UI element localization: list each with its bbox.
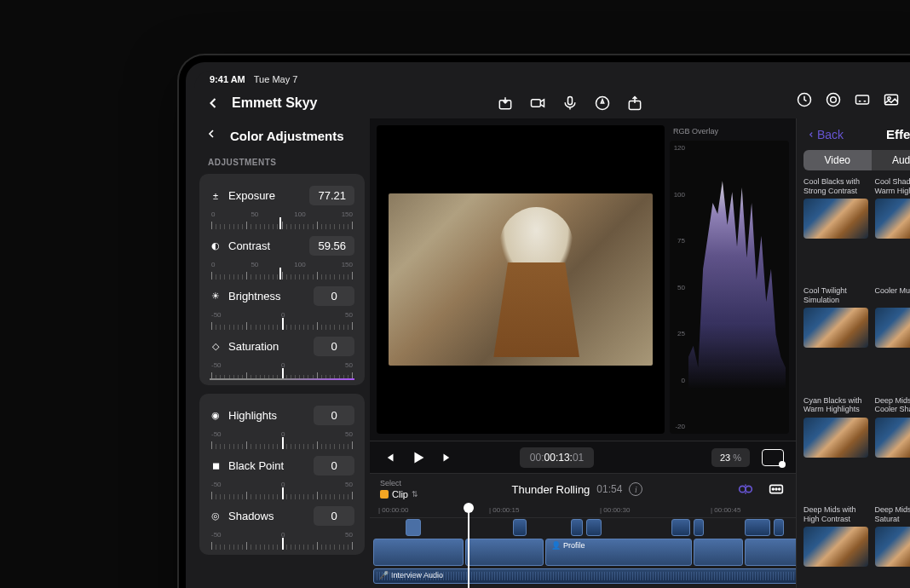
effect-preset[interactable]: Cooler Muted	[875, 286, 911, 390]
timeline-tool-1-icon[interactable]	[736, 480, 755, 499]
adjustment-slider[interactable]: 050100150	[210, 261, 354, 280]
highlights-icon: ◉	[210, 410, 222, 422]
adjustment-value[interactable]: 0	[314, 337, 354, 356]
sort-icon: ⇅	[412, 490, 418, 499]
sidebar-title: Color Adjustments	[230, 129, 344, 143]
svg-point-12	[740, 486, 746, 492]
share-icon[interactable]	[626, 95, 643, 112]
adjustment-value[interactable]: 0	[314, 456, 354, 476]
adjustment-slider[interactable]: -50050	[210, 531, 354, 550]
effect-preset[interactable]: Cool Shadows Warm Highs	[875, 177, 911, 281]
adjustment-slider[interactable]: 050100150	[210, 210, 354, 229]
adjustment-black-point: ◼ Black Point 0 -50050	[199, 451, 365, 501]
timeline-tool-2-icon[interactable]	[767, 480, 786, 499]
display-options-button[interactable]	[762, 449, 784, 466]
media-icon[interactable]	[883, 91, 900, 108]
adjustment-slider[interactable]: -50050	[210, 311, 354, 330]
effects-panel: Back Effects Video Audio Cool Blacks wit…	[796, 118, 910, 588]
adjustment-label: Contrast	[228, 239, 309, 252]
adjustment-exposure: ± Exposure 77.21 050100150	[199, 181, 365, 231]
preset-name: Cyan Blacks with Warm Highlights	[803, 396, 868, 415]
voiceover-icon[interactable]	[562, 95, 579, 112]
effect-preset[interactable]: Cool Twilight Simulation	[803, 286, 868, 390]
zoom-percent[interactable]: 23%	[711, 448, 750, 467]
video-clip[interactable]: 👤Profile	[545, 539, 692, 566]
preset-name: Deep Mids w High Saturat	[875, 505, 911, 524]
preset-thumbnail	[803, 418, 868, 458]
status-date: Tue May 7	[254, 74, 298, 84]
clip[interactable]	[513, 519, 527, 536]
marker-clip[interactable]	[406, 519, 421, 536]
next-frame-button[interactable]	[440, 450, 455, 465]
adjustment-value[interactable]: 59.56	[309, 236, 354, 256]
clip[interactable]	[774, 519, 784, 536]
svg-point-15	[772, 488, 774, 490]
adjustment-slider[interactable]: -50050	[210, 361, 354, 380]
effect-preset[interactable]: Cool Blacks with Strong Contrast	[803, 177, 868, 281]
clip-selector[interactable]: Clip ⇅	[380, 489, 418, 499]
preset-name: Cool Twilight Simulation	[803, 286, 868, 305]
back-chevron-icon[interactable]	[204, 95, 222, 112]
sidebar-back-icon[interactable]	[204, 127, 218, 144]
svg-point-10	[888, 97, 890, 100]
adjustment-label: Brightness	[228, 290, 314, 303]
adjustment-value[interactable]: 0	[314, 506, 354, 526]
info-icon[interactable]: i	[629, 482, 642, 496]
tab-video[interactable]: Video	[803, 150, 872, 170]
clip[interactable]	[571, 519, 583, 536]
effect-preset[interactable]: Deep Mids w Cooler Shad	[875, 396, 911, 500]
adjustment-value[interactable]: 0	[314, 286, 354, 306]
adjustment-shadows: ◎ Shadows 0 -50050	[199, 501, 365, 551]
tools-icon[interactable]	[594, 95, 611, 112]
inspector-sidebar: Color Adjustments ADJUSTMENTS ± Exposure…	[194, 118, 370, 588]
video-clip[interactable]	[694, 539, 743, 566]
adjustment-label: Shadows	[228, 510, 314, 522]
ruler-time: | 00:00:00	[378, 506, 408, 514]
clip[interactable]	[745, 519, 770, 536]
import-icon[interactable]	[497, 95, 514, 112]
effect-preset[interactable]: Deep Mids w High Saturat	[875, 505, 911, 588]
ruler-time: | 00:00:45	[711, 506, 740, 514]
preset-thumbnail	[875, 418, 911, 458]
preset-thumbnail	[803, 199, 868, 239]
svg-point-13	[746, 486, 752, 492]
scopes-icon[interactable]	[825, 91, 842, 108]
adjustment-label: Saturation	[228, 340, 314, 353]
play-button[interactable]	[409, 448, 428, 467]
app-header: Emmett Skyy	[194, 88, 910, 118]
prev-frame-button[interactable]	[382, 450, 397, 465]
adjustment-slider[interactable]: -50050	[210, 430, 354, 449]
effect-preset[interactable]: Cyan Blacks with Warm Highlights	[803, 396, 868, 500]
adjustment-value[interactable]: 0	[314, 406, 354, 425]
audio-clip[interactable]: 🎤Interview Audio	[373, 568, 796, 584]
adjustment-value[interactable]: 77.21	[309, 186, 354, 205]
history-icon[interactable]	[796, 91, 813, 108]
video-clip[interactable]	[465, 539, 544, 566]
video-clip[interactable]	[373, 539, 464, 566]
timeline-tracks[interactable]: 👤Profile 🎤Interview Audio	[370, 518, 796, 588]
preview-frame	[389, 193, 654, 366]
timeline-ruler[interactable]: | 00:00:00| 00:00:15| 00:00:30| 00:00:45…	[370, 504, 796, 518]
svg-rect-8	[856, 95, 869, 104]
clip[interactable]	[694, 519, 704, 536]
exposure-icon: ±	[210, 190, 222, 202]
clip[interactable]	[671, 519, 690, 536]
transport-bar: 00:00:13:01 23%	[370, 441, 796, 473]
camera-icon[interactable]	[529, 95, 546, 112]
tab-audio[interactable]: Audio	[872, 150, 911, 170]
playhead[interactable]	[468, 504, 469, 588]
captions-icon[interactable]	[854, 91, 871, 108]
adjustment-slider[interactable]: -50050	[210, 481, 354, 499]
adjustment-highlights: ◉ Highlights 0 -50050	[199, 401, 365, 451]
ruler-time: | 00:00:30	[600, 506, 630, 514]
video-clip[interactable]	[745, 539, 796, 566]
select-label: Select	[380, 479, 418, 487]
preset-thumbnail	[875, 199, 911, 239]
timecode-display[interactable]: 00:00:13:01	[520, 447, 594, 468]
scope-waveform	[688, 170, 786, 389]
effect-preset[interactable]: Deep Mids with High Contrast	[803, 505, 868, 588]
clip[interactable]	[586, 519, 602, 536]
timeline-title: Thunder Rolling	[512, 483, 590, 496]
effects-back-button[interactable]: Back	[807, 128, 844, 141]
video-preview[interactable]	[377, 125, 665, 434]
